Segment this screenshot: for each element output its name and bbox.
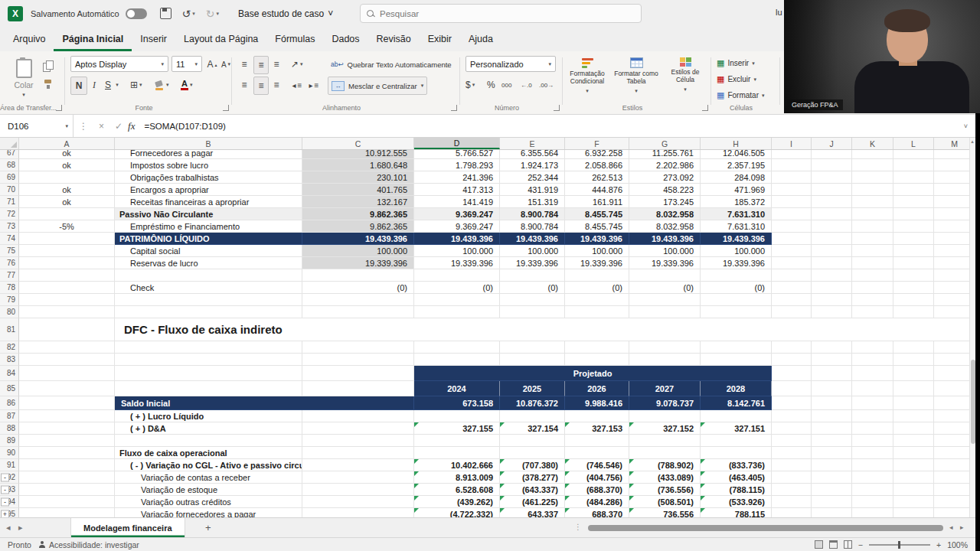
cell[interactable] [701,354,772,366]
row-header-90[interactable]: 90 [0,447,19,459]
align-left-icon[interactable]: ≡ [237,77,251,93]
column-header-D[interactable]: D [414,138,500,149]
zoom-slider[interactable] [869,544,930,546]
cell[interactable] [852,245,893,257]
cell[interactable] [893,171,934,184]
year-header[interactable]: 2027 [629,381,701,396]
cell[interactable] [812,410,852,422]
cell[interactable]: 736.556 [629,508,701,517]
cell[interactable] [302,447,414,459]
row-header-95[interactable]: 95+ [0,508,19,517]
cell[interactable] [852,341,893,354]
cell[interactable]: 2.058.866 [565,159,629,171]
column-header-G[interactable]: G [629,138,701,149]
cell[interactable] [852,306,893,318]
cell[interactable] [701,341,772,354]
row-header-85[interactable]: 85 [0,381,19,396]
cell[interactable] [701,294,772,306]
cell[interactable]: 10.912.555 [302,150,414,159]
dialog-launcher-icon[interactable] [56,105,62,111]
horizontal-scrollbar-thumb[interactable] [588,525,943,531]
row-header-77[interactable]: 77 [0,269,19,282]
cell[interactable] [893,282,934,294]
cell[interactable] [629,341,701,354]
redo-button[interactable]: ↻▾ [206,8,219,20]
borders-button[interactable]: ⊞▾ [130,77,142,93]
cell[interactable] [565,354,629,366]
cell[interactable]: 19.439.396 [629,233,701,245]
cell[interactable] [893,410,934,422]
cell[interactable] [812,245,852,257]
cell[interactable] [19,318,115,341]
cell[interactable] [893,208,934,220]
cell[interactable]: (688.370) [565,484,629,496]
cell[interactable] [852,269,893,282]
cell[interactable] [565,410,629,422]
cell[interactable]: 6.355.564 [500,150,565,159]
cell[interactable] [812,366,852,381]
cell[interactable]: (736.556) [629,484,701,496]
decrease-decimal-icon[interactable]: .00→ [539,77,554,93]
cell[interactable] [893,471,934,484]
cell[interactable] [852,184,893,196]
cell[interactable] [812,341,852,354]
dialog-launcher-icon[interactable] [223,105,229,111]
cell[interactable]: 8.142.761 [701,396,772,410]
cell[interactable]: 1.680.648 [302,159,414,171]
cell[interactable] [701,269,772,282]
thousands-button[interactable]: 000 [501,77,511,93]
cell[interactable]: 8.900.784 [500,220,565,233]
cell-styles-button[interactable]: Estilos de Célula▾ [662,54,709,103]
paste-button[interactable]: Colar▾ [7,55,41,101]
save-button[interactable] [160,8,172,19]
row-header-71[interactable]: 71 [0,196,19,208]
cell[interactable] [852,459,893,471]
cell[interactable] [812,220,852,233]
cell[interactable] [629,294,701,306]
cell[interactable] [629,269,701,282]
cell[interactable] [19,282,115,294]
cell[interactable]: 6.932.258 [565,150,629,159]
cell[interactable] [19,410,115,422]
row-header-86[interactable]: 86 [0,396,19,410]
expand-formula-bar-icon[interactable]: ˅ [964,122,968,130]
cell[interactable] [19,306,115,318]
cell[interactable] [812,150,852,159]
cell[interactable]: 8.913.009 [414,471,500,484]
row-header-83[interactable]: 83 [0,354,19,366]
cancel-icon[interactable]: × [99,121,104,132]
cell[interactable] [772,366,812,381]
cell[interactable] [852,171,893,184]
cell[interactable] [812,159,852,171]
align-right-icon[interactable]: ≡ [270,77,283,93]
cell[interactable] [19,245,115,257]
cell[interactable]: 8.455.745 [565,208,629,220]
cell[interactable] [115,269,302,282]
cell[interactable] [302,381,414,396]
section-title[interactable]: DFC - Fluxo de caixa indireto [115,318,975,341]
cell[interactable] [500,354,565,366]
cell[interactable] [893,341,934,354]
cell[interactable]: Fluxo de caixa operacional [115,447,302,459]
cell[interactable]: (0) [302,282,414,294]
insert-cells-button[interactable]: ▦ Inserir▾ [717,56,755,70]
cell[interactable] [565,447,629,459]
row-header-81[interactable]: 81 [0,318,19,341]
cell[interactable] [893,269,934,282]
cell[interactable] [19,208,115,220]
cell[interactable]: (0) [701,282,772,294]
cell[interactable] [893,257,934,269]
insert-function-icon[interactable]: fx [128,120,135,132]
cell[interactable] [19,484,115,496]
delete-cells-button[interactable]: ▦ Excluir▾ [717,72,756,86]
font-size-select[interactable]: 11▾ [172,56,202,72]
cell[interactable]: 1.798.293 [414,159,500,171]
cell[interactable] [565,294,629,306]
cell[interactable] [302,459,414,471]
hscroll-right-icon[interactable]: ▸ [960,523,964,531]
cell[interactable] [302,354,414,366]
cell[interactable] [812,459,852,471]
cell[interactable] [772,306,812,318]
undo-button[interactable]: ↺▾ [182,8,195,20]
cell[interactable] [893,150,934,159]
